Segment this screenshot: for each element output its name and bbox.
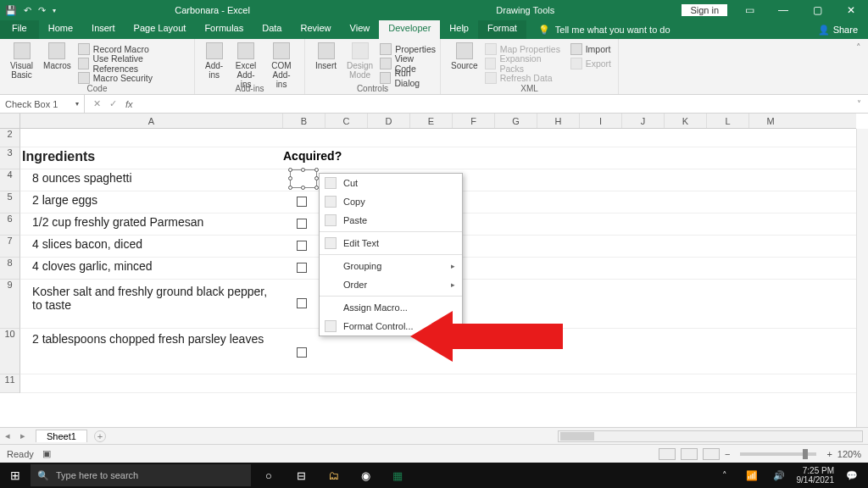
macros-button[interactable]: Macros [40, 41, 75, 85]
checkbox-b6[interactable] [297, 219, 307, 229]
col-header-a[interactable]: A [20, 114, 283, 128]
cortana-icon[interactable]: ○ [254, 464, 283, 486]
col-header-l[interactable]: L [707, 114, 749, 128]
cell-a5[interactable]: 2 large eggs [22, 193, 97, 207]
close-icon[interactable]: ✕ [834, 4, 868, 16]
cell-a9[interactable]: Kosher salt and freshly ground black pep… [22, 285, 268, 312]
macro-record-icon[interactable]: ▣ [42, 448, 51, 459]
ctx-cut[interactable]: Cut [320, 174, 462, 192]
column-headers[interactable]: A B C D E F G H I J K L M [20, 114, 856, 129]
cancel-formula-icon[interactable]: ✕ [93, 98, 101, 109]
row-headers[interactable]: 2 3 4 5 6 7 8 9 10 11 [0, 129, 20, 393]
ctx-grouping[interactable]: Grouping▸ [320, 257, 462, 275]
task-view-icon[interactable]: ⊟ [287, 464, 315, 486]
save-icon[interactable]: 💾 [5, 5, 17, 16]
view-normal-button[interactable] [659, 448, 676, 460]
tell-me[interactable]: 💡 Tell me what you want to do [526, 20, 670, 39]
checkbox-b5[interactable] [297, 197, 307, 207]
tab-view[interactable]: View [341, 20, 380, 39]
macro-security-button[interactable]: Macro Security [78, 71, 187, 85]
checkbox-b7[interactable] [297, 241, 307, 251]
worksheet-grid[interactable]: A B C D E F G H I J K L M 2 3 4 5 6 7 8 … [0, 114, 868, 427]
row-header[interactable]: 11 [0, 374, 20, 393]
row-header[interactable]: 9 [0, 280, 20, 329]
ctx-format-control[interactable]: Format Control... [320, 317, 462, 336]
cell-a10[interactable]: 2 tablespoons chopped fresh parsley leav… [22, 332, 268, 346]
row-header[interactable]: 4 [0, 169, 20, 191]
insert-control-button[interactable]: Insert [312, 41, 340, 85]
taskbar-search[interactable]: 🔍 Type here to search [31, 464, 251, 486]
checkbox-b8[interactable] [297, 263, 307, 273]
system-clock[interactable]: 7:25 PM 9/14/2021 [797, 466, 835, 485]
ctx-assign-macro[interactable]: Assign Macro... [320, 298, 462, 317]
row-header[interactable]: 6 [0, 214, 20, 236]
cell-a4[interactable]: 8 ounces spaghetti [22, 171, 132, 185]
cell-a6[interactable]: 1/2 cup freshly grated Parmesan [22, 215, 203, 229]
tab-file[interactable]: File [0, 20, 39, 39]
sheet-nav-prev-icon[interactable]: ◂ [0, 430, 15, 441]
run-dialog-button[interactable]: Run Dialog [380, 71, 436, 85]
tab-format[interactable]: Format [478, 20, 526, 39]
redo-icon[interactable]: ↷ [38, 5, 46, 16]
ctx-order[interactable]: Order▸ [320, 275, 462, 294]
row-header[interactable]: 7 [0, 236, 20, 258]
checkbox-object-selected[interactable] [290, 169, 317, 188]
col-header-m[interactable]: M [749, 114, 792, 128]
qat-dropdown-icon[interactable]: ▾ [53, 7, 56, 14]
zoom-out-icon[interactable]: − [725, 449, 730, 459]
chevron-down-icon[interactable]: ▾ [75, 100, 79, 108]
sheet-nav-next-icon[interactable]: ▸ [15, 430, 31, 441]
row-header[interactable]: 5 [0, 191, 20, 214]
name-box[interactable]: Check Box 1 ▾ [0, 95, 85, 113]
ctx-paste[interactable]: Paste [320, 211, 462, 230]
file-explorer-icon[interactable]: 🗂 [319, 464, 348, 486]
tab-review[interactable]: Review [291, 20, 340, 39]
cell-b3[interactable]: Acquired? [283, 149, 342, 163]
design-mode-button[interactable]: Design Mode [343, 41, 376, 85]
vertical-scrollbar[interactable] [856, 129, 868, 427]
zoom-in-icon[interactable]: + [826, 449, 832, 459]
row-header[interactable]: 10 [0, 329, 20, 374]
col-header-k[interactable]: K [665, 114, 707, 128]
col-header-d[interactable]: D [368, 114, 410, 128]
col-header-c[interactable]: C [326, 114, 368, 128]
col-header-e[interactable]: E [410, 114, 453, 128]
chrome-icon[interactable]: ◉ [351, 464, 380, 486]
undo-icon[interactable]: ↶ [24, 5, 31, 16]
maximize-icon[interactable]: ▢ [800, 4, 834, 16]
accept-formula-icon[interactable]: ✓ [109, 98, 117, 109]
tab-data[interactable]: Data [253, 20, 291, 39]
row-header[interactable]: 2 [0, 129, 20, 147]
start-button[interactable]: ⊞ [0, 469, 31, 482]
col-header-f[interactable]: F [453, 114, 495, 128]
view-page-break-button[interactable] [703, 448, 720, 460]
tab-help[interactable]: Help [440, 20, 478, 39]
tab-page-layout[interactable]: Page Layout [125, 20, 196, 39]
col-header-j[interactable]: J [622, 114, 665, 128]
ctx-edit-text[interactable]: Edit Text [320, 234, 462, 252]
cell-a8[interactable]: 4 cloves garlic, minced [22, 259, 153, 273]
horizontal-scrollbar[interactable] [558, 430, 863, 442]
row-header[interactable]: 3 [0, 147, 20, 169]
notifications-icon[interactable]: 💬 [843, 470, 861, 481]
tray-volume-icon[interactable]: 🔊 [770, 470, 788, 481]
relative-refs-button[interactable]: Use Relative References [78, 57, 187, 70]
tray-chevron-up-icon[interactable]: ˄ [715, 470, 734, 481]
expand-formula-bar-icon[interactable]: ˅ [857, 99, 868, 108]
xml-import-button[interactable]: Import [570, 42, 611, 56]
tab-insert[interactable]: Insert [82, 20, 125, 39]
tab-home[interactable]: Home [39, 20, 82, 39]
tab-formulas[interactable]: Formulas [195, 20, 253, 39]
minimize-icon[interactable]: — [766, 4, 800, 16]
sheet-tab[interactable]: Sheet1 [36, 430, 87, 442]
excel-taskbar-icon[interactable]: ▦ [383, 464, 412, 486]
tab-developer[interactable]: Developer [379, 20, 440, 39]
share-button[interactable]: 👤 Share [808, 20, 868, 39]
col-header-h[interactable]: H [537, 114, 580, 128]
cell-a7[interactable]: 4 slices bacon, diced [22, 237, 142, 251]
select-all-corner[interactable] [0, 114, 20, 129]
ctx-copy[interactable]: Copy [320, 192, 462, 211]
col-header-i[interactable]: I [580, 114, 622, 128]
new-sheet-button[interactable]: + [94, 430, 106, 442]
fx-icon[interactable]: fx [125, 99, 133, 109]
